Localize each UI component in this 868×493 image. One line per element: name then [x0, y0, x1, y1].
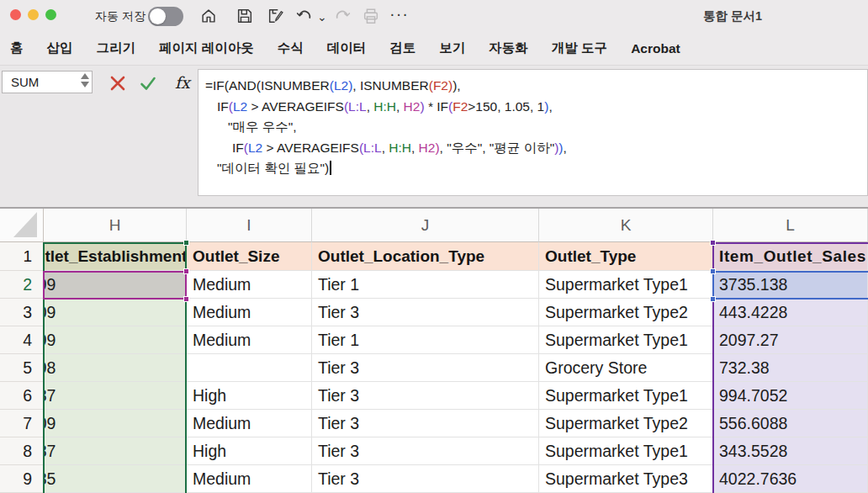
cell-I2[interactable]: Medium — [187, 271, 312, 299]
column-header-I[interactable]: I — [187, 209, 312, 242]
tab-view[interactable]: 보기 — [439, 40, 465, 57]
table-row-4: 41999MediumTier 1Supermarket Type12097.2… — [0, 326, 868, 354]
insert-function-icon[interactable]: fx — [175, 73, 190, 92]
document-title: 통합 문서1 — [703, 8, 762, 24]
cell-I4[interactable]: Medium — [187, 326, 312, 354]
row-header-5[interactable]: 5 — [0, 354, 44, 382]
cell-H3[interactable]: 2009 — [44, 299, 187, 326]
cell-H8[interactable]: 1987 — [44, 437, 187, 465]
table-row-3: 32009MediumTier 3Supermarket Type2443.42… — [0, 299, 868, 326]
row-header-2[interactable]: 2 — [0, 271, 44, 299]
cell-I3[interactable]: Medium — [187, 299, 312, 326]
close-window-button[interactable] — [10, 9, 21, 20]
tab-home[interactable]: 홈 — [10, 40, 24, 57]
cell-H1[interactable]: Outlet_Establishment_Year — [44, 242, 187, 271]
cell-J3[interactable]: Tier 3 — [312, 299, 539, 326]
cell-H2[interactable]: 1999 — [44, 271, 187, 299]
cell-L5[interactable]: 732.38 — [713, 354, 868, 382]
formula-input[interactable]: =IF(AND(ISNUMBER(L2), ISNUMBER(F2)),IF(L… — [198, 69, 868, 196]
cell-J6[interactable]: Tier 3 — [312, 382, 539, 410]
row-header-1[interactable]: 1 — [0, 242, 44, 271]
cancel-icon[interactable] — [108, 73, 128, 93]
cell-K6[interactable]: Supermarket Type1 — [539, 382, 713, 410]
cell-I6[interactable]: High — [187, 382, 312, 410]
cell-J2[interactable]: Tier 1 — [312, 271, 539, 299]
cell-H5[interactable]: 1998 — [44, 354, 187, 382]
cell-J7[interactable]: Tier 3 — [312, 410, 539, 437]
tab-formulas[interactable]: 수식 — [278, 40, 304, 57]
minimize-window-button[interactable] — [28, 9, 39, 20]
home-icon[interactable] — [199, 7, 218, 25]
cell-H9[interactable]: 1985 — [44, 465, 187, 493]
cell-L8[interactable]: 343.5528 — [713, 437, 868, 465]
cell-I5[interactable] — [187, 354, 312, 382]
cell-L3[interactable]: 443.4228 — [713, 299, 868, 326]
row-header-8[interactable]: 8 — [0, 437, 44, 465]
spinner-up-icon[interactable] — [81, 73, 89, 79]
select-all-corner[interactable] — [0, 209, 44, 242]
tab-acrobat[interactable]: Acrobat — [631, 41, 680, 56]
tab-automate[interactable]: 자동화 — [489, 40, 528, 57]
undo-dropdown-chevron[interactable]: ⌄ — [317, 10, 327, 24]
cell-K1[interactable]: Outlet_Type — [539, 242, 713, 271]
table-row-2: 21999MediumTier 1Supermarket Type13735.1… — [0, 271, 868, 299]
row-header-3[interactable]: 3 — [0, 299, 44, 326]
autosave-toggle[interactable] — [148, 7, 183, 26]
cell-J5[interactable]: Tier 3 — [312, 354, 539, 382]
row-header-6[interactable]: 6 — [0, 382, 44, 410]
save-as-icon[interactable] — [267, 7, 285, 25]
name-box-spinner[interactable] — [81, 73, 89, 87]
cell-J1[interactable]: Outlet_Location_Type — [312, 242, 539, 271]
tab-review[interactable]: 검토 — [389, 40, 415, 57]
row-header-4[interactable]: 4 — [0, 326, 44, 354]
column-header-H[interactable]: H — [44, 209, 187, 242]
cell-L9[interactable]: 4022.7636 — [713, 465, 868, 493]
cell-I7[interactable]: Medium — [187, 410, 312, 437]
column-header-L[interactable]: L — [713, 209, 868, 242]
cell-J8[interactable]: Tier 3 — [312, 437, 539, 465]
cell-K4[interactable]: Supermarket Type1 — [539, 326, 713, 354]
cell-L7[interactable]: 556.6088 — [713, 410, 868, 437]
column-header-K[interactable]: K — [539, 209, 713, 242]
cell-H4[interactable]: 1999 — [44, 326, 187, 354]
row-header-7[interactable]: 7 — [0, 410, 44, 437]
cell-H7[interactable]: 2009 — [44, 410, 187, 437]
select-all-triangle-icon — [13, 212, 37, 237]
cell-L4[interactable]: 2097.27 — [713, 326, 868, 354]
cell-I9[interactable]: Medium — [187, 465, 312, 493]
name-box[interactable]: SUM — [2, 71, 93, 93]
cell-I8[interactable]: High — [187, 437, 312, 465]
row-header-9[interactable]: 9 — [0, 465, 44, 493]
name-box-value: SUM — [11, 75, 39, 89]
zoom-window-button[interactable] — [45, 9, 56, 20]
cell-L6[interactable]: 994.7052 — [713, 382, 868, 410]
tab-developer[interactable]: 개발 도구 — [552, 40, 607, 57]
more-commands-icon[interactable]: ··· — [389, 4, 409, 24]
cell-L1[interactable]: Item_Outlet_Sales — [713, 242, 868, 271]
cell-J9[interactable]: Tier 3 — [312, 465, 539, 493]
cell-K5[interactable]: Grocery Store — [539, 354, 713, 382]
tab-insert[interactable]: 삽입 — [47, 40, 73, 57]
tab-draw[interactable]: 그리기 — [97, 40, 136, 57]
formula-line-2: IF(L2 > AVERAGEIFS(L:L, H:H, H2) * IF(F2… — [205, 97, 860, 118]
spinner-down-icon[interactable] — [81, 82, 89, 87]
save-icon[interactable] — [236, 7, 254, 25]
cell-H6[interactable]: 1987 — [44, 382, 187, 410]
tab-page-layout[interactable]: 페이지 레이아웃 — [159, 40, 254, 57]
traffic-lights — [10, 9, 56, 20]
cell-L2[interactable]: 3735.138 — [713, 271, 868, 299]
cell-I1[interactable]: Outlet_Size — [187, 242, 312, 271]
cell-K8[interactable]: Supermarket Type1 — [539, 437, 713, 465]
cell-K7[interactable]: Supermarket Type2 — [539, 410, 713, 437]
tab-data[interactable]: 데이터 — [327, 40, 367, 57]
column-header-J[interactable]: J — [312, 209, 539, 242]
confirm-icon[interactable] — [138, 73, 158, 93]
formula-line-3: "매우 우수", — [205, 117, 860, 138]
cell-K9[interactable]: Supermarket Type3 — [539, 465, 713, 493]
undo-icon[interactable] — [295, 7, 314, 25]
cell-K3[interactable]: Supermarket Type2 — [539, 299, 713, 326]
formula-line-1: =IF(AND(ISNUMBER(L2), ISNUMBER(F2)), — [205, 76, 860, 97]
redo-icon — [333, 7, 352, 25]
cell-K2[interactable]: Supermarket Type1 — [539, 271, 713, 299]
cell-J4[interactable]: Tier 1 — [312, 326, 539, 354]
